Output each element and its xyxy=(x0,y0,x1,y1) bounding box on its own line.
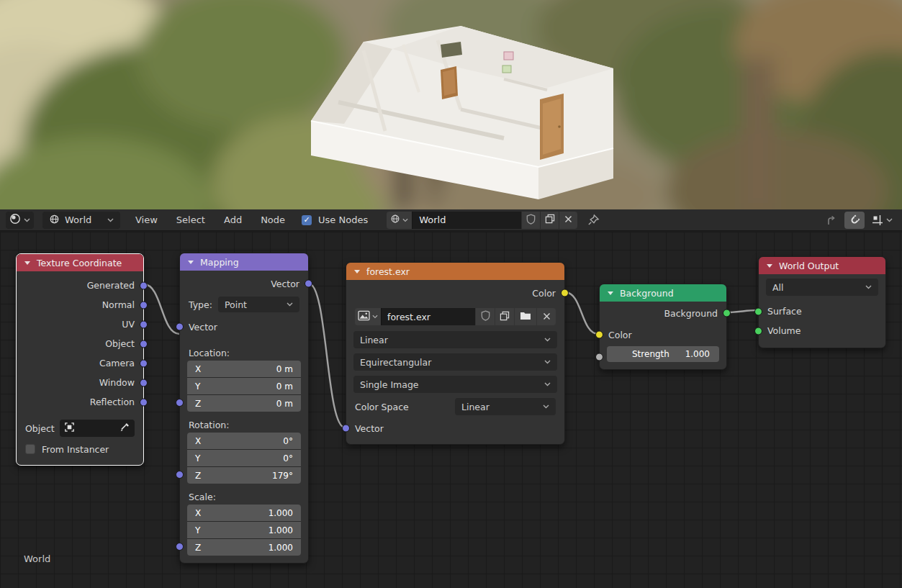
output-label: Reflection xyxy=(90,397,135,407)
chevron-down-icon xyxy=(544,338,551,342)
socket-vector-in[interactable] xyxy=(342,425,350,433)
socket-uv[interactable] xyxy=(140,320,148,328)
link-color-to-background xyxy=(565,292,598,334)
socket-rotation-in[interactable] xyxy=(176,471,184,479)
location-z-field[interactable]: Z0 m xyxy=(187,395,301,412)
menu-node[interactable]: Node xyxy=(251,211,294,230)
unlink-button[interactable] xyxy=(559,212,577,229)
interpolation-dropdown[interactable]: Linear xyxy=(353,331,557,348)
socket-color-in[interactable] xyxy=(595,331,603,339)
new-copy-button[interactable] xyxy=(541,212,559,229)
node-texture-coordinate[interactable]: Texture Coordinate Generated Normal UV O… xyxy=(16,253,144,466)
scale-x-field[interactable]: X1.000 xyxy=(187,505,301,521)
collapse-triangle-icon[interactable] xyxy=(354,270,360,273)
socket-surface-in[interactable] xyxy=(754,307,762,315)
image-fake-user-button[interactable] xyxy=(476,308,495,325)
from-instancer-checkbox[interactable] xyxy=(25,444,35,454)
menu-select[interactable]: Select xyxy=(167,211,215,230)
socket-object[interactable] xyxy=(140,340,148,348)
rotation-section-label: Rotation: xyxy=(180,417,308,432)
socket-generated[interactable] xyxy=(140,281,148,289)
collapse-triangle-icon[interactable] xyxy=(608,291,613,295)
node-header[interactable]: World Output xyxy=(759,257,885,274)
link-background-to-surface xyxy=(727,310,758,312)
input-label: Surface xyxy=(767,306,802,317)
socket-background-out[interactable] xyxy=(723,309,731,317)
projection-dropdown[interactable]: Equirectangular xyxy=(353,353,557,371)
node-environment-texture[interactable]: forest.exr Color forest.exr xyxy=(346,262,565,445)
socket-color-out[interactable] xyxy=(561,289,569,297)
unlink-image-button[interactable] xyxy=(537,308,556,325)
folder-icon xyxy=(520,311,531,322)
mapping-type-dropdown[interactable]: Point xyxy=(218,297,299,312)
rotation-z-field[interactable]: Z179° xyxy=(187,467,301,484)
socket-scale-in[interactable] xyxy=(176,543,184,551)
axis-label: Z xyxy=(195,471,201,481)
collapse-triangle-icon[interactable] xyxy=(188,261,194,264)
axis-value: 0 m xyxy=(276,381,293,392)
axis-value: 1.000 xyxy=(269,508,293,518)
menu-add[interactable]: Add xyxy=(215,211,251,230)
scale-z-field[interactable]: Z1.000 xyxy=(187,539,301,556)
viewport-3d-render[interactable] xyxy=(0,0,902,209)
node-title: Mapping xyxy=(200,257,239,268)
use-nodes-checkbox[interactable]: ✓ xyxy=(302,215,312,225)
image-new-copy-button[interactable] xyxy=(495,308,514,325)
browse-image-button[interactable] xyxy=(355,308,381,325)
rotation-y-field[interactable]: Y0° xyxy=(187,450,301,466)
socket-vector-out[interactable] xyxy=(305,280,312,288)
fake-user-button[interactable] xyxy=(522,212,540,229)
color-space-dropdown[interactable]: Linear xyxy=(455,398,556,415)
node-header[interactable]: forest.exr xyxy=(346,263,564,280)
node-header[interactable]: Mapping xyxy=(180,253,308,271)
socket-strength-in[interactable] xyxy=(595,353,603,361)
image-icon xyxy=(358,310,370,323)
pin-icon[interactable] xyxy=(587,214,600,226)
image-name-field[interactable]: forest.exr xyxy=(381,308,475,325)
editor-type-selector[interactable] xyxy=(6,212,34,229)
shader-type-dropdown[interactable]: World xyxy=(42,212,120,229)
node-header[interactable]: Texture Coordinate xyxy=(17,254,143,271)
socket-camera[interactable] xyxy=(140,359,148,367)
node-title: forest.exr xyxy=(366,266,410,277)
from-instancer-label: From Instancer xyxy=(42,444,109,455)
scale-y-field[interactable]: Y1.000 xyxy=(187,522,301,538)
color-space-value: Linear xyxy=(461,402,490,412)
node-mapping[interactable]: Mapping Vector Type: Point Vector Locati… xyxy=(179,253,309,564)
axis-label: X xyxy=(195,364,201,374)
socket-location-in[interactable] xyxy=(176,399,184,407)
browse-world-button[interactable] xyxy=(387,212,412,229)
collapse-triangle-icon[interactable] xyxy=(767,264,772,268)
eyedropper-icon[interactable] xyxy=(119,422,130,435)
strength-field[interactable]: Strength 1.000 xyxy=(607,346,719,362)
node-background[interactable]: Background Background Color Strength 1.0… xyxy=(599,284,727,370)
world-name-field[interactable]: World xyxy=(412,212,521,229)
use-nodes-label: Use Nodes xyxy=(318,214,368,225)
node-title: Background xyxy=(620,288,674,299)
source-dropdown[interactable]: Single Image xyxy=(353,376,557,393)
socket-vector-in[interactable] xyxy=(176,323,184,331)
object-picker-field[interactable] xyxy=(60,420,135,437)
menu-view[interactable]: View xyxy=(126,211,167,230)
node-editor-canvas[interactable]: Texture Coordinate Generated Normal UV O… xyxy=(0,232,902,588)
axis-label: X xyxy=(195,508,201,518)
open-image-button[interactable] xyxy=(515,308,536,325)
strength-label: Strength xyxy=(632,349,669,359)
collapse-triangle-icon[interactable] xyxy=(24,261,30,265)
socket-window[interactable] xyxy=(140,379,148,386)
socket-volume-in[interactable] xyxy=(754,327,762,335)
object-label: Object xyxy=(25,423,55,434)
socket-normal[interactable] xyxy=(140,301,148,309)
location-y-field[interactable]: Y0 m xyxy=(187,378,301,394)
output-target-dropdown[interactable]: All xyxy=(766,279,878,296)
rotation-x-field[interactable]: X0° xyxy=(187,433,301,449)
snap-toggle-magnet-icon[interactable] xyxy=(844,212,865,229)
snap-element-dropdown[interactable] xyxy=(867,212,896,229)
location-fields: X0 m Y0 m Z0 m xyxy=(187,361,301,412)
go-to-parent-node-tree-icon[interactable] xyxy=(821,212,842,229)
node-header[interactable]: Background xyxy=(600,284,726,302)
socket-reflection[interactable] xyxy=(140,398,148,406)
node-world-output[interactable]: World Output All Surface Volume xyxy=(758,256,886,348)
rotation-fields: X0° Y0° Z179° xyxy=(187,433,301,484)
location-x-field[interactable]: X0 m xyxy=(187,361,301,377)
